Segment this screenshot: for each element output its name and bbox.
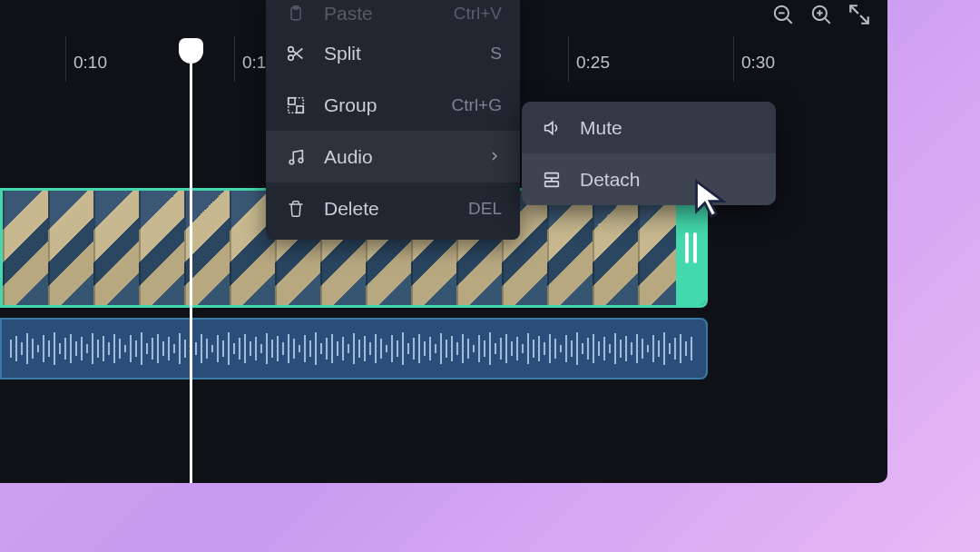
- menu-item-audio[interactable]: Audio: [266, 131, 520, 182]
- menu-item-split[interactable]: Split S: [266, 27, 520, 79]
- svg-point-145: [299, 158, 303, 163]
- context-menu: Paste Ctrl+V Split S Group Ctrl+G Audio: [266, 0, 520, 240]
- menu-label: Paste: [324, 3, 454, 25]
- menu-item-delete[interactable]: Delete DEL: [266, 182, 520, 234]
- svg-rect-148: [545, 181, 559, 186]
- music-note-icon: [284, 147, 308, 167]
- audio-submenu: Mute Detach: [522, 102, 776, 205]
- svg-line-4: [825, 18, 829, 23]
- svg-rect-143: [289, 97, 304, 113]
- svg-line-1: [787, 18, 791, 23]
- scissors-icon: [284, 44, 308, 64]
- paste-icon: [284, 5, 308, 23]
- menu-label: Split: [324, 43, 490, 64]
- svg-rect-142: [297, 105, 303, 112]
- group-icon: [284, 95, 308, 115]
- timeline-editor: 0:10 0:15 0:20 0:25 0:30 Paste Ctrl+V: [0, 0, 887, 483]
- timeline-toolbar: [771, 3, 871, 30]
- ruler-tick-label: 0:30: [741, 53, 775, 73]
- menu-item-group[interactable]: Group Ctrl+G: [266, 79, 520, 131]
- menu-item-paste[interactable]: Paste Ctrl+V: [266, 0, 520, 27]
- playhead[interactable]: [190, 39, 192, 483]
- speaker-icon: [540, 118, 564, 138]
- submenu-item-mute[interactable]: Mute: [522, 102, 776, 153]
- menu-shortcut: DEL: [468, 199, 502, 219]
- menu-label: Mute: [580, 117, 758, 139]
- menu-shortcut: Ctrl+G: [452, 95, 502, 115]
- ruler-tick-label: 0:25: [576, 53, 610, 73]
- svg-point-144: [289, 160, 294, 164]
- submenu-item-detach[interactable]: Detach: [522, 153, 776, 205]
- menu-label: Delete: [324, 198, 468, 220]
- zoom-in-icon[interactable]: [809, 3, 833, 30]
- svg-line-8: [860, 15, 868, 24]
- waveform-icon: [9, 329, 699, 369]
- svg-line-7: [850, 5, 858, 14]
- svg-marker-146: [545, 122, 553, 133]
- menu-shortcut: Ctrl+V: [454, 4, 502, 24]
- menu-shortcut: S: [490, 44, 502, 64]
- svg-rect-147: [545, 172, 559, 178]
- menu-label: Group: [324, 94, 452, 116]
- cursor-pointer-icon: [691, 178, 731, 218]
- menu-label: Audio: [324, 146, 487, 168]
- ruler-tick-label: 0:10: [74, 53, 107, 73]
- fit-timeline-icon[interactable]: [848, 3, 871, 30]
- svg-rect-141: [289, 97, 295, 104]
- detach-icon: [540, 170, 564, 190]
- audio-clip[interactable]: [0, 318, 708, 380]
- zoom-out-icon[interactable]: [771, 3, 795, 30]
- chevron-right-icon: [487, 146, 502, 168]
- trash-icon: [284, 199, 308, 219]
